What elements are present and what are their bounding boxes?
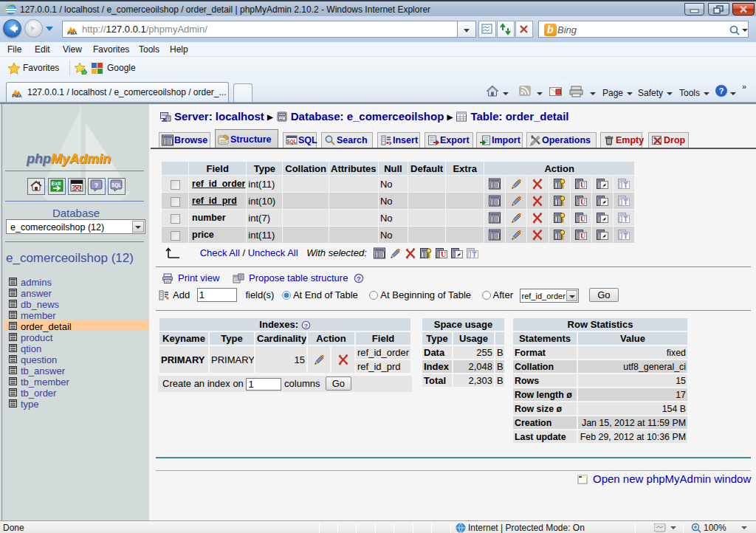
svg-text:PMA: PMA xyxy=(12,94,22,98)
svg-text:SQL: SQL xyxy=(72,185,81,191)
svg-text:SQL: SQL xyxy=(111,182,121,188)
svg-text:Exit: Exit xyxy=(52,181,62,186)
svg-text:?: ? xyxy=(94,182,99,189)
svg-text:PMA: PMA xyxy=(67,31,78,35)
svg-text:?: ? xyxy=(719,86,724,95)
